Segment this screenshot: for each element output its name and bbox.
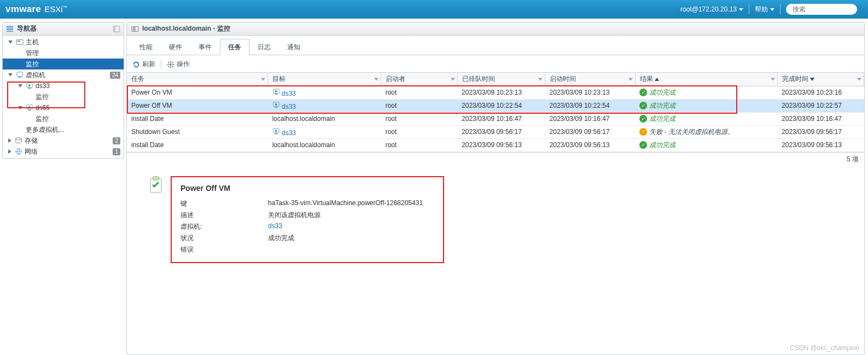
search-input[interactable] xyxy=(793,5,842,13)
tab-任务[interactable]: 任务 xyxy=(220,39,249,55)
tab-通知[interactable]: 通知 xyxy=(279,39,308,55)
cell-done: 2023/03/09 09:56:17 xyxy=(777,125,864,138)
column-header-target[interactable]: 目标 xyxy=(268,73,381,86)
cell-result: ✓成功完成 xyxy=(635,138,777,152)
svg-marker-16 xyxy=(28,106,31,109)
nav-item-host[interactable]: 主机 xyxy=(3,37,124,48)
navigator-icon xyxy=(6,25,14,33)
vm-icon xyxy=(272,127,280,135)
nav-item-network[interactable]: 网络1 xyxy=(3,146,124,157)
details-row: 虚拟机:ds33 xyxy=(180,221,423,232)
cell-done: 2023/03/09 10:16:47 xyxy=(777,112,864,125)
nav-item-morevm[interactable]: 更多虚拟机... xyxy=(3,124,124,135)
top-banner: vmware ESXi™ root@172.20.20.13 帮助 xyxy=(0,0,868,19)
twisty-icon[interactable] xyxy=(8,149,11,154)
search-container xyxy=(780,4,863,15)
table-row[interactable]: install Datelocalhost.localdomainroot202… xyxy=(127,138,864,152)
status-ok-icon: ✓ xyxy=(639,141,647,149)
twisty-icon[interactable] xyxy=(8,138,11,143)
user-menu[interactable]: root@172.20.20.13 xyxy=(675,5,749,13)
table-row[interactable]: Power On VM ds33root2023/03/09 10:23:132… xyxy=(127,86,864,99)
status-ok-icon: ✓ xyxy=(639,89,647,96)
details-value: haTask-35-vim.VirtualMachine.powerOff-12… xyxy=(268,199,423,207)
navigator-title: 导航器 xyxy=(17,24,37,33)
svg-line-27 xyxy=(168,62,170,63)
refresh-button[interactable]: 刷新 xyxy=(132,60,155,69)
cell-target: ds33 xyxy=(268,125,381,138)
chevron-down-icon[interactable] xyxy=(538,78,543,80)
svg-rect-3 xyxy=(7,28,13,30)
help-menu[interactable]: 帮助 xyxy=(749,5,780,14)
details-link[interactable]: ds33 xyxy=(268,222,282,230)
chevron-down-icon[interactable] xyxy=(771,78,775,80)
twisty-icon[interactable] xyxy=(8,73,13,77)
status-ok-icon: ✓ xyxy=(639,102,647,109)
refresh-icon xyxy=(132,61,140,68)
column-header-done[interactable]: 完成时间 xyxy=(777,73,864,86)
nav-item-storage[interactable]: 存储2 xyxy=(3,135,124,146)
chevron-down-icon[interactable] xyxy=(374,78,378,80)
column-header-queued[interactable]: 已排队时间 xyxy=(457,73,545,86)
svg-marker-33 xyxy=(275,90,277,92)
svg-rect-8 xyxy=(18,40,20,42)
cell-initiator: root xyxy=(381,138,457,152)
twisty-icon[interactable] xyxy=(8,40,13,44)
chevron-down-icon[interactable] xyxy=(857,78,861,80)
nav-item-badge: 24 xyxy=(110,72,120,79)
nav-item-label: 存储 xyxy=(25,136,38,146)
target-link[interactable]: ds33 xyxy=(282,129,296,137)
details-row: 描述关闭该虚拟机电源 xyxy=(180,209,423,221)
nav-item-label: 更多虚拟机... xyxy=(26,125,64,135)
details-key: 状况 xyxy=(180,232,268,244)
nav-item-manage[interactable]: 管理 xyxy=(3,48,124,59)
column-header-started[interactable]: 启动时间 xyxy=(545,73,636,86)
cell-started: 2023/03/09 09:56:13 xyxy=(545,138,636,152)
tab-事件[interactable]: 事件 xyxy=(190,39,220,55)
main-content: localhost.localdomain - 监控 性能硬件事件任务日志通知 … xyxy=(126,19,868,355)
twisty-icon[interactable] xyxy=(18,106,22,109)
table-row[interactable]: install Datelocalhost.localdomainroot202… xyxy=(127,112,864,125)
chevron-down-icon[interactable] xyxy=(628,78,633,80)
chevron-down-icon[interactable] xyxy=(261,78,265,80)
task-details: Power Off VM 键haTask-35-vim.VirtualMachi… xyxy=(149,176,864,263)
tab-硬件[interactable]: 硬件 xyxy=(161,39,190,55)
watermark: CSDN @okc_champion xyxy=(790,344,859,352)
nav-item-ds65m[interactable]: 监控 xyxy=(3,113,124,124)
nav-item-badge: 2 xyxy=(113,137,120,144)
navigator-collapse-icon[interactable] xyxy=(113,25,120,33)
nav-item-vms[interactable]: 虚拟机24 xyxy=(3,69,124,80)
svg-rect-12 xyxy=(28,88,31,89)
cell-queued: 2023/03/09 10:22:54 xyxy=(457,99,545,112)
target-link[interactable]: ds33 xyxy=(282,103,296,110)
target-text: localhost.localdomain xyxy=(272,141,335,149)
cell-initiator: root xyxy=(381,86,457,99)
column-header-init[interactable]: 启动者 xyxy=(381,73,457,86)
host-icon xyxy=(131,25,139,33)
chevron-down-icon[interactable] xyxy=(451,78,455,80)
details-key: 虚拟机: xyxy=(180,221,268,232)
table-row[interactable]: Power Off VM ds33root2023/03/09 10:22:54… xyxy=(127,99,864,112)
refresh-label: 刷新 xyxy=(142,60,155,69)
tab-日志[interactable]: 日志 xyxy=(249,39,279,55)
tab-性能[interactable]: 性能 xyxy=(131,39,161,55)
nav-item-ds33m[interactable]: 监控 xyxy=(3,91,124,102)
tasks-grid: 任务目标启动者已排队时间启动时间结果完成时间 Power On VM ds33r… xyxy=(127,72,864,166)
svg-marker-13 xyxy=(28,84,31,87)
column-label: 完成时间 xyxy=(782,75,808,83)
cell-target: ds33 xyxy=(268,99,381,112)
twisty-icon[interactable] xyxy=(18,84,22,88)
chevron-down-icon xyxy=(739,8,743,11)
actions-button[interactable]: 操作 xyxy=(167,60,190,69)
task-details-title: Power Off VM xyxy=(180,184,434,193)
svg-marker-36 xyxy=(275,103,277,106)
column-header-result[interactable]: 结果 xyxy=(635,73,777,86)
column-header-task[interactable]: 任务 xyxy=(127,73,268,86)
cell-queued: 2023/03/09 10:16:47 xyxy=(457,112,545,125)
nav-item-ds65[interactable]: ds65 xyxy=(3,102,124,113)
nav-item-ds33[interactable]: ds33 xyxy=(3,80,124,91)
svg-rect-32 xyxy=(275,94,277,95)
target-link[interactable]: ds33 xyxy=(282,90,296,97)
nav-item-monitor[interactable]: 监控 xyxy=(3,59,124,69)
table-row[interactable]: Shutdown Guest ds33root2023/03/09 09:56:… xyxy=(127,125,864,138)
search-box[interactable] xyxy=(786,4,857,15)
